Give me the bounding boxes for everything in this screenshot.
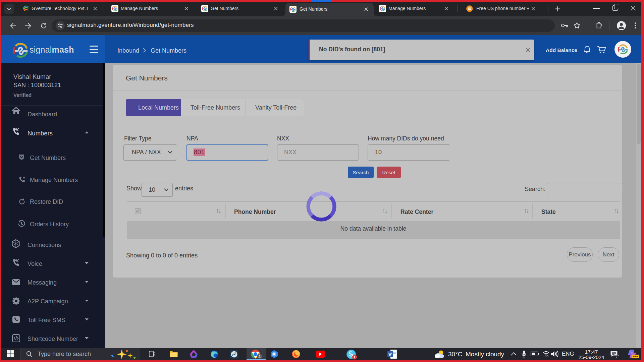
svg-text:2: 2 bbox=[354, 355, 355, 359]
